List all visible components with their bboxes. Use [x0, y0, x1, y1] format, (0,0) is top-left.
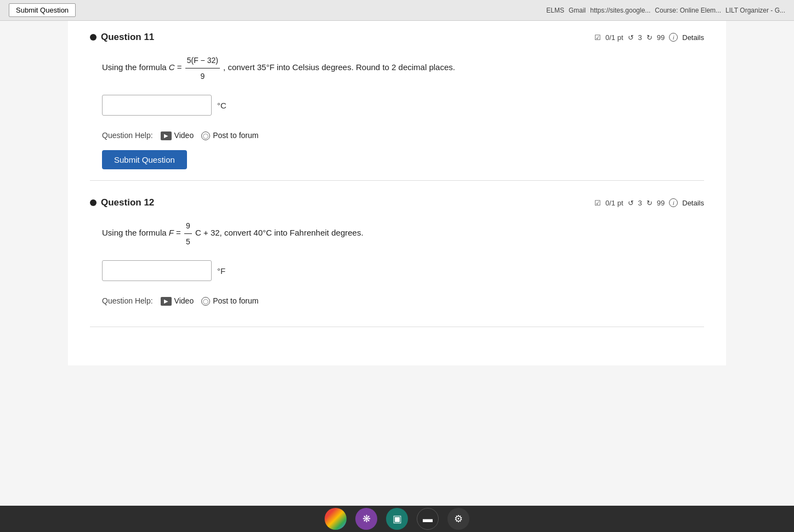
nav-items: ELMS Gmail https://sites.google... Cours…	[546, 7, 785, 14]
details-link-q11[interactable]: Details	[682, 33, 704, 42]
equals-q11: =	[177, 62, 184, 72]
post-link-q12[interactable]: ◯ Post to forum	[201, 294, 258, 308]
question-11-attempts: 99	[657, 33, 665, 42]
help-label-q12: Question Help:	[102, 294, 153, 308]
question-12-retry: 3	[638, 199, 642, 207]
video-link-q11[interactable]: ▶ Video	[161, 129, 194, 142]
refresh-icon: ↻	[646, 33, 653, 42]
help-label-q11: Question Help:	[102, 129, 153, 142]
submit-top-button[interactable]: Submit Question	[9, 3, 76, 17]
top-bar: Submit Question ELMS Gmail https://sites…	[0, 0, 794, 21]
check-icon: ☑	[594, 33, 601, 42]
video-link-q12[interactable]: ▶ Video	[161, 294, 194, 308]
question-11-header: Question 11 ☑ 0/1 pt ↺ 3 ↻ 99 i Details	[90, 32, 704, 43]
fraction-q12: 9 5	[184, 218, 192, 249]
check-icon-q12: ☑	[594, 199, 601, 207]
question-12-help: Question Help: ▶ Video ◯ Post to forum	[102, 294, 704, 308]
question-12-meta: ☑ 0/1 pt ↺ 3 ↻ 99 i Details	[594, 198, 704, 207]
video-label-q12: Video	[174, 294, 194, 308]
formula-suffix-q11: , convert 35°F into Celsius degrees. Rou…	[223, 62, 455, 72]
question-11-dot	[90, 34, 97, 41]
post-label-q12: Post to forum	[213, 294, 258, 308]
equals-q12: =	[176, 228, 183, 238]
nav-elms: ELMS	[546, 7, 564, 14]
question-11-retry: 3	[638, 33, 642, 42]
question-11-label: Question 11	[101, 32, 154, 43]
nav-gmail: Gmail	[569, 7, 586, 14]
info-icon-q11[interactable]: i	[669, 33, 678, 42]
question-11-formula: Using the formula C = 5(F − 32) 9 , conv…	[102, 53, 704, 84]
details-link-q12[interactable]: Details	[682, 199, 704, 207]
formula-prefix-q11: Using the formula	[102, 62, 167, 72]
nav-lilt: LILT Organizer - G...	[725, 7, 785, 14]
question-12-block: Question 12 ☑ 0/1 pt ↺ 3 ↻ 99 i Details …	[90, 197, 704, 327]
variable-c: C	[169, 62, 175, 72]
question-11-meta: ☑ 0/1 pt ↺ 3 ↻ 99 i Details	[594, 33, 704, 42]
retry-icon-q12: ↺	[628, 199, 634, 207]
numerator-q12: 9	[184, 218, 192, 234]
question-12-attempts: 99	[657, 199, 665, 207]
denominator-q11: 9	[198, 68, 206, 84]
retry-icon: ↺	[628, 33, 634, 42]
post-link-q11[interactable]: ◯ Post to forum	[201, 129, 258, 142]
question-12-label: Question 12	[101, 197, 154, 208]
video-label-q11: Video	[174, 129, 194, 142]
question-11-help: Question Help: ▶ Video ◯ Post to forum	[102, 129, 704, 142]
unit-label-q12: °F	[217, 264, 225, 278]
unit-label-q11: °C	[217, 98, 226, 113]
question-12-header: Question 12 ☑ 0/1 pt ↺ 3 ↻ 99 i Details	[90, 197, 704, 208]
answer-input-q12[interactable]	[102, 260, 212, 281]
question-12-answer-row: °F	[102, 260, 704, 281]
denominator-q12: 5	[184, 234, 192, 249]
nav-course: Course: Online Elem...	[655, 7, 721, 14]
formula-prefix-q12: Using the formula	[102, 228, 167, 238]
video-icon-q12: ▶	[161, 297, 172, 306]
main-content: Question 11 ☑ 0/1 pt ↺ 3 ↻ 99 i Details …	[68, 21, 726, 365]
question-11-body: Using the formula C = 5(F − 32) 9 , conv…	[90, 53, 704, 169]
refresh-icon-q12: ↻	[646, 199, 653, 207]
video-icon-q11: ▶	[161, 131, 172, 140]
question-12-dot	[90, 199, 97, 206]
post-icon-q11: ◯	[201, 131, 210, 140]
question-12-points: 0/1 pt	[605, 199, 623, 207]
question-12-title: Question 12	[90, 197, 154, 208]
variable-f: F	[169, 228, 174, 238]
post-icon-q12: ◯	[201, 297, 210, 306]
question-12-formula: Using the formula F = 9 5 C + 32, conver…	[102, 218, 704, 249]
formula-mid-q12: C + 32, convert 40°C into Fahrenheit deg…	[195, 228, 364, 238]
question-11-block: Question 11 ☑ 0/1 pt ↺ 3 ↻ 99 i Details …	[90, 32, 704, 181]
nav-google: https://sites.google...	[590, 7, 650, 14]
answer-input-q11[interactable]	[102, 95, 212, 116]
question-11-title: Question 11	[90, 32, 154, 43]
question-11-answer-row: °C	[102, 95, 704, 116]
submit-question-btn-q11[interactable]: Submit Question	[102, 150, 187, 169]
fraction-q11: 5(F − 32) 9	[185, 53, 220, 84]
question-11-points: 0/1 pt	[605, 33, 623, 42]
numerator-q11: 5(F − 32)	[185, 53, 220, 68]
post-label-q11: Post to forum	[213, 129, 258, 142]
question-12-body: Using the formula F = 9 5 C + 32, conver…	[90, 218, 704, 308]
info-icon-q12[interactable]: i	[669, 198, 678, 207]
